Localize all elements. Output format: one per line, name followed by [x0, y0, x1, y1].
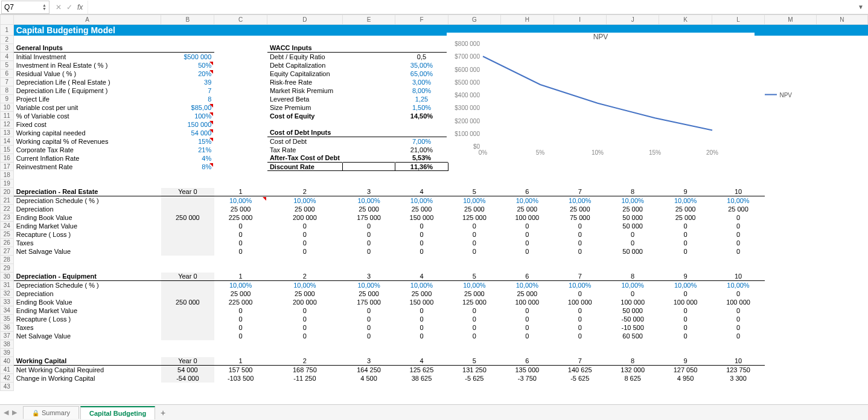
row-header-19[interactable]: 19: [1, 179, 14, 188]
cell[interactable]: 0: [448, 247, 500, 256]
col-header-F[interactable]: F: [395, 15, 448, 25]
cell[interactable]: 0: [395, 306, 448, 315]
cell[interactable]: 10,00%: [659, 281, 712, 289]
row-header-25[interactable]: 25: [1, 230, 14, 239]
row-header-41[interactable]: 41: [1, 366, 14, 374]
gi-value[interactable]: 8%: [161, 163, 214, 171]
gi-value[interactable]: 100%: [161, 112, 214, 120]
cell[interactable]: 0: [267, 315, 342, 323]
cod-value[interactable]: 7,00%: [395, 137, 448, 146]
cell[interactable]: 0: [395, 222, 448, 230]
row-header-18[interactable]: 18: [1, 171, 14, 179]
cell[interactable]: 0: [342, 332, 395, 340]
cell[interactable]: 0: [712, 213, 764, 222]
cell[interactable]: 25 000: [659, 205, 712, 213]
cell[interactable]: 125 000: [448, 298, 500, 306]
cell[interactable]: 0: [554, 306, 606, 315]
cell[interactable]: 10,00%: [342, 281, 395, 289]
fx-icon[interactable]: fx: [77, 3, 83, 11]
cell[interactable]: 0: [501, 239, 554, 247]
cell[interactable]: 4 950: [659, 374, 712, 383]
cell[interactable]: 10,00%: [606, 196, 659, 205]
cell[interactable]: 0: [712, 289, 764, 298]
cell[interactable]: 100 000: [712, 298, 764, 306]
row-header-39[interactable]: 39: [1, 349, 14, 357]
cell[interactable]: 0: [554, 230, 606, 239]
cell[interactable]: 50 000: [606, 306, 659, 315]
cell[interactable]: 0: [342, 315, 395, 323]
cell[interactable]: 0: [659, 315, 712, 323]
cell[interactable]: 0: [448, 222, 500, 230]
cell[interactable]: 200 000: [267, 213, 342, 222]
row-header-29[interactable]: 29: [1, 264, 14, 273]
row-header-10[interactable]: 10: [1, 103, 14, 112]
cell[interactable]: 0: [214, 239, 267, 247]
gi-value[interactable]: 50%: [161, 61, 214, 69]
col-header-M[interactable]: M: [765, 15, 816, 25]
cell[interactable]: 0: [448, 306, 500, 315]
cell[interactable]: 0: [712, 306, 764, 315]
col-header-E[interactable]: E: [342, 15, 395, 25]
cell[interactable]: 175 000: [342, 213, 395, 222]
cell[interactable]: 10,00%: [554, 281, 606, 289]
cell[interactable]: 0: [214, 315, 267, 323]
col-header-C[interactable]: C: [214, 15, 267, 25]
gi-value[interactable]: 8: [161, 95, 214, 103]
cell[interactable]: 25 000: [448, 289, 500, 298]
row-header-21[interactable]: 21: [1, 196, 14, 205]
cell[interactable]: 164 250: [342, 366, 395, 374]
cell[interactable]: 0: [267, 230, 342, 239]
cell[interactable]: 0: [501, 230, 554, 239]
row-header-14[interactable]: 14: [1, 137, 14, 146]
cell[interactable]: 10,00%: [267, 281, 342, 289]
gi-value[interactable]: 4%: [161, 154, 214, 163]
cell[interactable]: 0: [395, 315, 448, 323]
cell[interactable]: 0: [448, 323, 500, 332]
tab-nav-prev-icon[interactable]: ◀: [4, 409, 8, 416]
add-sheet-button[interactable]: +: [156, 408, 170, 418]
cell[interactable]: 168 750: [267, 366, 342, 374]
tab-summary[interactable]: 🔒 Summary: [23, 406, 79, 419]
cell[interactable]: -5 625: [448, 374, 500, 383]
row-header-40[interactable]: 40: [1, 357, 14, 366]
cell[interactable]: 100 000: [501, 213, 554, 222]
cell[interactable]: 100 000: [606, 298, 659, 306]
cell[interactable]: 125 000: [448, 213, 500, 222]
row-header-37[interactable]: 37: [1, 332, 14, 340]
cell[interactable]: 0: [342, 230, 395, 239]
wacc-value[interactable]: 1,50%: [395, 103, 448, 112]
cell[interactable]: 0: [214, 230, 267, 239]
cell[interactable]: 0: [448, 332, 500, 340]
name-box-stepper[interactable]: ▲▼: [42, 4, 46, 11]
cell[interactable]: 0: [712, 230, 764, 239]
cell[interactable]: -54 000: [161, 374, 214, 383]
cell[interactable]: 100 000: [501, 298, 554, 306]
cell[interactable]: 25 000: [342, 205, 395, 213]
cell[interactable]: 150 000: [395, 213, 448, 222]
cell[interactable]: 100 000: [659, 298, 712, 306]
cell[interactable]: 25 000: [267, 289, 342, 298]
cell[interactable]: 0: [267, 306, 342, 315]
cell[interactable]: 0: [659, 247, 712, 256]
row-header-24[interactable]: 24: [1, 222, 14, 230]
gi-value[interactable]: 54 000: [161, 129, 214, 137]
col-header-H[interactable]: H: [501, 15, 554, 25]
cell[interactable]: -5 625: [554, 374, 606, 383]
cell[interactable]: 0: [395, 247, 448, 256]
row-header-12[interactable]: 12: [1, 120, 14, 129]
select-all-corner[interactable]: [1, 15, 14, 25]
cell[interactable]: 0: [712, 332, 764, 340]
row-header-4[interactable]: 4: [1, 53, 14, 61]
cell[interactable]: 0: [395, 230, 448, 239]
cell[interactable]: 0: [659, 222, 712, 230]
cell[interactable]: 25 000: [214, 289, 267, 298]
col-header-J[interactable]: J: [606, 15, 659, 25]
row-header-33[interactable]: 33: [1, 298, 14, 306]
cell[interactable]: 0: [501, 315, 554, 323]
cell[interactable]: 0: [712, 315, 764, 323]
cell[interactable]: 10,00%: [448, 281, 500, 289]
tab-nav-next-icon[interactable]: ▶: [12, 409, 17, 416]
row-header-6[interactable]: 6: [1, 69, 14, 78]
gi-value[interactable]: $85,00: [161, 103, 214, 112]
gi-value[interactable]: 15%: [161, 137, 214, 146]
